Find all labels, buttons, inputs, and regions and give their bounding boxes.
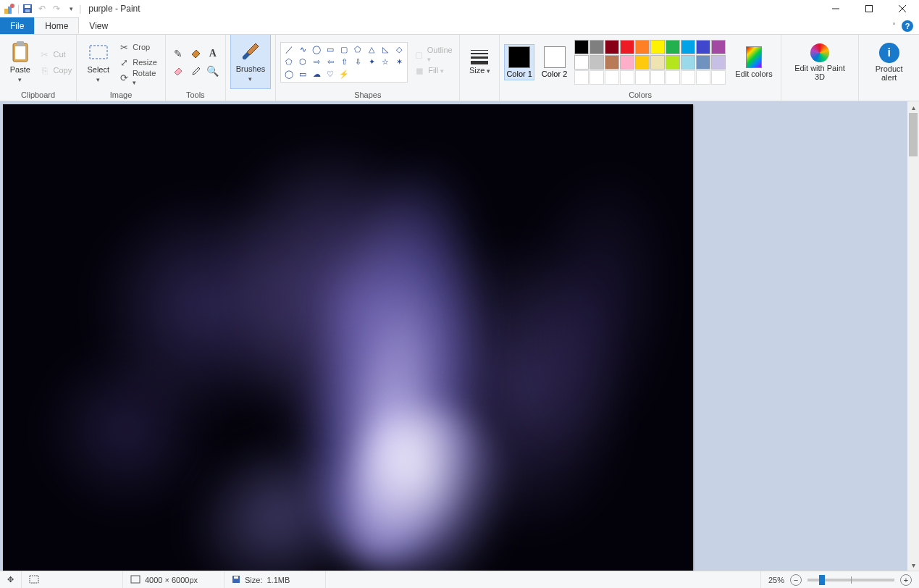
custom-color-slot[interactable] bbox=[574, 70, 589, 85]
help-icon[interactable]: ? bbox=[902, 20, 913, 32]
color2-button[interactable]: Color 2 bbox=[540, 45, 568, 80]
color-swatch[interactable] bbox=[589, 55, 604, 70]
color-swatch[interactable] bbox=[681, 40, 695, 54]
zoom-slider[interactable] bbox=[807, 579, 894, 581]
shape-down-arrow[interactable]: ⇩ bbox=[351, 56, 364, 67]
color-swatch[interactable] bbox=[650, 40, 665, 54]
scroll-up-icon[interactable]: ▴ bbox=[907, 101, 919, 113]
shape-curve[interactable]: ∿ bbox=[296, 44, 309, 54]
minimize-button[interactable] bbox=[819, 0, 852, 17]
image-canvas[interactable] bbox=[3, 104, 693, 571]
color-swatch[interactable] bbox=[635, 55, 650, 70]
color-swatch[interactable] bbox=[605, 40, 619, 54]
shape-right-arrow[interactable]: ⇨ bbox=[310, 56, 323, 67]
custom-color-slot[interactable] bbox=[635, 70, 650, 85]
minimize-ribbon-icon[interactable]: ˄ bbox=[892, 22, 896, 30]
brushes-button[interactable]: Brushes bbox=[230, 34, 271, 89]
color-swatch[interactable] bbox=[574, 55, 589, 70]
pencil-tool[interactable]: ✎ bbox=[170, 46, 186, 62]
color1-button[interactable]: Color 1 bbox=[504, 44, 534, 80]
shape-polygon[interactable]: ⬠ bbox=[351, 44, 364, 54]
select-button[interactable]: Select bbox=[81, 38, 115, 86]
custom-color-slot[interactable] bbox=[666, 70, 680, 85]
paste-button[interactable]: Paste bbox=[4, 38, 36, 86]
color-swatch[interactable] bbox=[620, 55, 634, 70]
color-swatch[interactable] bbox=[605, 55, 619, 70]
color-swatch[interactable] bbox=[696, 55, 710, 70]
shape-line[interactable]: ／ bbox=[282, 44, 295, 54]
size-button[interactable]: Size bbox=[464, 38, 495, 86]
shape-4star[interactable]: ✦ bbox=[365, 56, 378, 67]
color-swatch[interactable] bbox=[574, 40, 589, 54]
color-swatch[interactable] bbox=[666, 55, 680, 70]
shape-round-callout[interactable]: ◯ bbox=[282, 69, 295, 79]
save-icon[interactable] bbox=[21, 2, 34, 15]
fill-tool[interactable] bbox=[188, 46, 203, 62]
color-swatch[interactable] bbox=[650, 55, 665, 70]
scroll-down-icon[interactable]: ▾ bbox=[907, 559, 919, 571]
canvas-area: ▴ ▾ bbox=[0, 101, 919, 571]
eraser-tool[interactable] bbox=[170, 63, 186, 79]
color-picker-tool[interactable] bbox=[188, 63, 203, 79]
rotate-button[interactable]: ⟳Rotate bbox=[118, 70, 160, 85]
color-swatch[interactable] bbox=[620, 40, 634, 54]
shape-triangle[interactable]: △ bbox=[365, 44, 378, 54]
color-swatch[interactable] bbox=[711, 40, 726, 54]
custom-color-slot[interactable] bbox=[681, 70, 695, 85]
custom-color-slot[interactable] bbox=[696, 70, 710, 85]
zoom-out-button[interactable]: − bbox=[790, 574, 802, 586]
maximize-button[interactable] bbox=[852, 0, 886, 17]
shape-rect-callout[interactable]: ▭ bbox=[296, 69, 309, 79]
shape-5star[interactable]: ☆ bbox=[379, 56, 392, 67]
shape-hexagon[interactable]: ⬡ bbox=[296, 56, 309, 67]
tab-view[interactable]: View bbox=[79, 17, 118, 34]
edit-colors-button[interactable]: Edit colors bbox=[731, 38, 776, 86]
shape-6star[interactable]: ✶ bbox=[393, 56, 406, 67]
shape-left-arrow[interactable]: ⇦ bbox=[324, 56, 337, 67]
resize-button[interactable]: ⤢Resize bbox=[118, 55, 160, 70]
copy-button[interactable]: ⎘Copy bbox=[39, 63, 72, 77]
custom-color-slot[interactable] bbox=[711, 70, 726, 85]
shape-fill-button[interactable]: ◼Fill bbox=[414, 63, 455, 77]
shape-up-arrow[interactable]: ⇧ bbox=[337, 56, 351, 67]
crop-button[interactable]: ✂Crop bbox=[118, 40, 160, 54]
tab-home[interactable]: Home bbox=[34, 17, 79, 34]
zoom-slider-thumb[interactable] bbox=[819, 575, 825, 585]
color-swatch[interactable] bbox=[696, 40, 710, 54]
edit-paint3d-button[interactable]: Edit with Paint 3D bbox=[786, 38, 855, 86]
color-swatch[interactable] bbox=[681, 55, 695, 70]
shape-oval[interactable]: ◯ bbox=[310, 44, 323, 54]
image-dimensions: 4000 × 6000px bbox=[145, 576, 198, 584]
shape-rect[interactable]: ▭ bbox=[324, 44, 337, 54]
shapes-gallery[interactable]: ／ ∿ ◯ ▭ ▢ ⬠ △ ◺ ◇ ⬠ ⬡ ⇨ ⇦ ⇧ ⇩ ✦ ☆ ✶ ◯ ▭ bbox=[280, 42, 408, 83]
color-swatch[interactable] bbox=[711, 55, 726, 70]
shape-cloud-callout[interactable]: ☁ bbox=[310, 69, 323, 79]
color-swatch[interactable] bbox=[635, 40, 650, 54]
color-swatch[interactable] bbox=[666, 40, 680, 54]
tab-file[interactable]: File bbox=[0, 17, 34, 34]
shape-roundrect[interactable]: ▢ bbox=[337, 44, 351, 54]
shape-right-triangle[interactable]: ◺ bbox=[379, 44, 392, 54]
shape-diamond[interactable]: ◇ bbox=[393, 44, 406, 54]
shape-heart[interactable]: ♡ bbox=[324, 69, 337, 79]
shape-lightning[interactable]: ⚡ bbox=[337, 69, 351, 79]
close-button[interactable] bbox=[886, 0, 919, 17]
undo-icon[interactable]: ↶ bbox=[35, 2, 49, 15]
shape-outline-button[interactable]: ◻Outline bbox=[414, 47, 455, 62]
custom-color-slot[interactable] bbox=[650, 70, 665, 85]
custom-color-slot[interactable] bbox=[605, 70, 619, 85]
magnifier-tool[interactable]: 🔍 bbox=[205, 63, 221, 79]
zoom-in-button[interactable]: + bbox=[900, 574, 912, 586]
color-swatch[interactable] bbox=[589, 40, 604, 54]
scroll-thumb[interactable] bbox=[909, 113, 918, 156]
redo-icon[interactable]: ↷ bbox=[50, 2, 63, 15]
vertical-scrollbar[interactable]: ▴ ▾ bbox=[907, 101, 919, 571]
shape-pentagon[interactable]: ⬠ bbox=[282, 56, 295, 67]
qat-customize-icon[interactable]: ▾ bbox=[64, 2, 77, 15]
text-tool[interactable]: A bbox=[205, 46, 221, 62]
custom-color-slot[interactable] bbox=[589, 70, 604, 85]
custom-color-slot[interactable] bbox=[620, 70, 634, 85]
product-alert-button[interactable]: i Product alert bbox=[863, 38, 915, 86]
cut-button[interactable]: ✂Cut bbox=[39, 47, 72, 62]
cursor-position-icon: ✥ bbox=[7, 575, 14, 584]
